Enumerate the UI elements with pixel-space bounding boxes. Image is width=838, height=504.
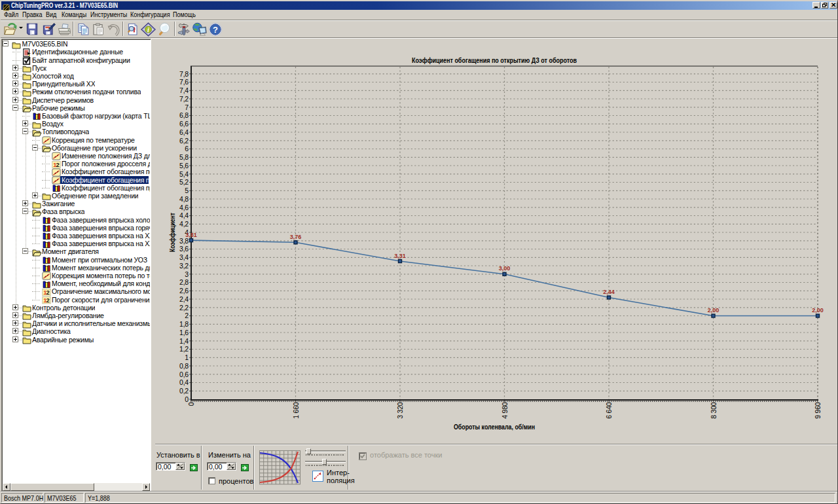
svg-text:3 320: 3 320 [396, 402, 404, 419]
svg-text:?: ? [213, 25, 218, 35]
svg-text:6,6: 6,6 [179, 120, 189, 128]
svg-text:0,4: 0,4 [179, 378, 189, 386]
svg-text:5: 5 [185, 187, 189, 194]
svg-text:5,6: 5,6 [179, 162, 189, 170]
svg-text:1: 1 [185, 353, 189, 361]
svg-text:Коэффициент обогащения по откр: Коэффициент обогащения по открытию ДЗ от… [412, 56, 577, 64]
svg-text:7,8: 7,8 [179, 70, 189, 78]
svg-text:1 660: 1 660 [292, 402, 300, 419]
svg-text:6,2: 6,2 [179, 137, 189, 145]
svg-text:5,2: 5,2 [179, 178, 189, 186]
svg-text:7: 7 [185, 103, 189, 111]
svg-text:2,00: 2,00 [812, 307, 824, 314]
svg-text:2,2: 2,2 [179, 304, 189, 312]
svg-text:3,81: 3,81 [185, 232, 197, 238]
svg-text:0: 0 [187, 402, 195, 406]
svg-text:Коэффициент: Коэффициент [168, 213, 176, 252]
svg-text:0,8: 0,8 [179, 362, 189, 370]
svg-text:3,4: 3,4 [179, 253, 189, 261]
svg-text:6,8: 6,8 [179, 111, 189, 119]
svg-text:Обороты коленвала, об/мин: Обороты коленвала, об/мин [454, 423, 535, 431]
svg-text:2,00: 2,00 [708, 307, 720, 314]
svg-text:4,2: 4,2 [179, 220, 189, 228]
svg-text:2: 2 [46, 297, 49, 304]
svg-text:1,6: 1,6 [179, 329, 189, 336]
svg-text:7,6: 7,6 [179, 78, 189, 86]
svg-text:6: 6 [185, 145, 189, 153]
svg-text:1,2: 1,2 [179, 345, 189, 353]
svg-text:7,2: 7,2 [179, 95, 189, 103]
svg-text:3,76: 3,76 [290, 234, 302, 240]
svg-text:3,00: 3,00 [499, 265, 511, 272]
svg-text:5,8: 5,8 [179, 153, 189, 161]
svg-text:1,8: 1,8 [179, 320, 189, 328]
svg-text:4 980: 4 980 [501, 402, 509, 419]
svg-text:2,44: 2,44 [603, 289, 615, 295]
svg-text:6,4: 6,4 [179, 128, 189, 136]
svg-text:3,31: 3,31 [394, 253, 406, 259]
svg-text:7,4: 7,4 [179, 86, 189, 94]
svg-text:4,8: 4,8 [179, 195, 189, 203]
svg-text:8 300: 8 300 [710, 402, 718, 419]
svg-text:3,2: 3,2 [179, 262, 189, 270]
svg-text:4,4: 4,4 [179, 211, 189, 219]
svg-text:0,2: 0,2 [179, 387, 189, 395]
svg-text:1,4: 1,4 [179, 337, 189, 345]
svg-text:2,4: 2,4 [179, 295, 189, 303]
svg-text:0: 0 [185, 395, 189, 403]
svg-text:i: i [147, 26, 149, 33]
svg-text:4,6: 4,6 [179, 204, 189, 211]
svg-text:5,4: 5,4 [179, 170, 189, 178]
svg-text:3,6: 3,6 [179, 245, 189, 253]
svg-text:2,6: 2,6 [179, 287, 189, 295]
svg-text:0,6: 0,6 [179, 370, 189, 378]
svg-text:2: 2 [185, 312, 189, 319]
svg-text:6 640: 6 640 [605, 402, 613, 419]
svg-text:9 960: 9 960 [814, 402, 822, 419]
svg-text:3: 3 [185, 270, 189, 278]
svg-text:2,8: 2,8 [179, 278, 189, 286]
